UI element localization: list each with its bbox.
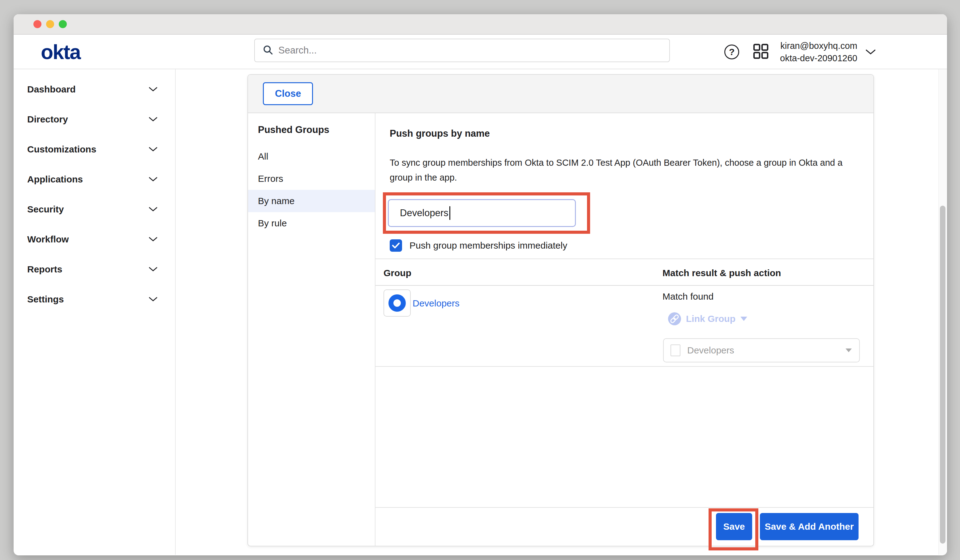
chevron-down-icon bbox=[149, 176, 158, 182]
push-immediately-label: Push group memberships immediately bbox=[410, 240, 567, 251]
chevron-down-icon bbox=[149, 86, 158, 92]
pushed-groups-card: Close Pushed Groups All Errors By name B… bbox=[247, 74, 874, 546]
group-avatar bbox=[384, 290, 411, 317]
chevron-down-icon bbox=[149, 117, 158, 122]
vertical-scrollbar[interactable] bbox=[938, 69, 947, 555]
close-window-icon[interactable] bbox=[34, 20, 42, 28]
chevron-down-icon bbox=[149, 147, 158, 152]
okta-logo: okta bbox=[41, 40, 80, 64]
content-area: Close Pushed Groups All Errors By name B… bbox=[176, 69, 947, 555]
zoom-window-icon[interactable] bbox=[59, 20, 67, 28]
search-placeholder: Search... bbox=[278, 45, 317, 56]
sidebar-item-security[interactable]: Security bbox=[14, 194, 175, 224]
help-icon[interactable]: ? bbox=[724, 45, 739, 59]
push-by-name-panel: Push groups by name To sync group member… bbox=[376, 113, 874, 546]
save-add-another-button[interactable]: Save & Add Another bbox=[760, 513, 859, 540]
account-email: kiran@boxyhq.com bbox=[780, 40, 857, 52]
match-status: Match found bbox=[662, 291, 714, 302]
check-icon bbox=[392, 242, 400, 249]
group-name-input[interactable]: Developers bbox=[388, 199, 576, 227]
minimize-window-icon[interactable] bbox=[46, 20, 54, 28]
search-icon bbox=[262, 44, 274, 57]
sidebar-item-reports[interactable]: Reports bbox=[14, 254, 175, 284]
nav-item-by-rule[interactable]: By rule bbox=[248, 212, 375, 234]
group-name-input-value: Developers bbox=[400, 208, 448, 219]
chevron-down-icon bbox=[149, 267, 158, 272]
match-group-select[interactable]: Developers bbox=[663, 338, 860, 362]
column-header-match: Match result & push action bbox=[662, 268, 781, 278]
group-name-link[interactable]: Developers bbox=[413, 298, 459, 309]
pushed-groups-title: Pushed Groups bbox=[248, 124, 375, 136]
scrollbar-thumb[interactable] bbox=[940, 206, 946, 544]
group-placeholder-icon bbox=[670, 344, 680, 356]
sidebar-item-directory[interactable]: Directory bbox=[14, 104, 175, 134]
group-icon bbox=[389, 294, 406, 312]
top-navigation: okta Search... ? bbox=[14, 35, 947, 69]
sidebar-item-dashboard[interactable]: Dashboard bbox=[14, 74, 175, 104]
table-header-border bbox=[376, 285, 874, 286]
browser-window: okta Search... ? bbox=[14, 14, 947, 555]
link-icon bbox=[668, 312, 681, 325]
match-group-select-value: Developers bbox=[687, 345, 846, 355]
nav-item-all[interactable]: All bbox=[248, 146, 375, 168]
search-input[interactable]: Search... bbox=[254, 38, 670, 62]
table-row-border bbox=[376, 366, 874, 367]
sidebar-item-workflow[interactable]: Workflow bbox=[14, 224, 175, 254]
table-top-border bbox=[376, 259, 874, 259]
sidebar: Dashboard Directory Customizations Appli… bbox=[14, 69, 176, 555]
chevron-down-icon bbox=[149, 206, 158, 212]
nav-item-by-name[interactable]: By name bbox=[248, 190, 375, 212]
chevron-down-icon bbox=[149, 296, 158, 302]
desktop: okta Search... ? bbox=[0, 0, 960, 560]
page-description: To sync group memberships from Okta to S… bbox=[390, 155, 854, 185]
save-button[interactable]: Save bbox=[716, 513, 752, 540]
link-group-label: Link Group bbox=[686, 314, 736, 324]
chevron-down-icon[interactable] bbox=[866, 49, 876, 55]
push-immediately-checkbox[interactable] bbox=[390, 239, 402, 252]
sidebar-item-applications[interactable]: Applications bbox=[14, 164, 175, 194]
card-header-band: Close bbox=[248, 75, 874, 113]
pushed-groups-nav: Pushed Groups All Errors By name By rule bbox=[248, 113, 376, 546]
text-cursor bbox=[450, 206, 450, 220]
link-group-button[interactable]: Link Group bbox=[668, 312, 747, 325]
nav-item-errors[interactable]: Errors bbox=[248, 168, 375, 190]
account-menu[interactable]: kiran@boxyhq.com okta-dev-20901260 bbox=[780, 40, 857, 64]
close-button[interactable]: Close bbox=[263, 82, 313, 105]
footer-border bbox=[376, 507, 874, 508]
page-title: Push groups by name bbox=[390, 128, 490, 139]
sidebar-item-customizations[interactable]: Customizations bbox=[14, 134, 175, 164]
chevron-down-icon bbox=[149, 237, 158, 242]
window-titlebar bbox=[14, 14, 947, 35]
caret-down-icon bbox=[741, 317, 747, 321]
sidebar-item-settings[interactable]: Settings bbox=[14, 284, 175, 314]
column-header-group: Group bbox=[384, 268, 411, 278]
account-org: okta-dev-20901260 bbox=[780, 52, 857, 64]
caret-down-icon bbox=[846, 349, 852, 352]
apps-grid-icon[interactable] bbox=[753, 43, 769, 61]
